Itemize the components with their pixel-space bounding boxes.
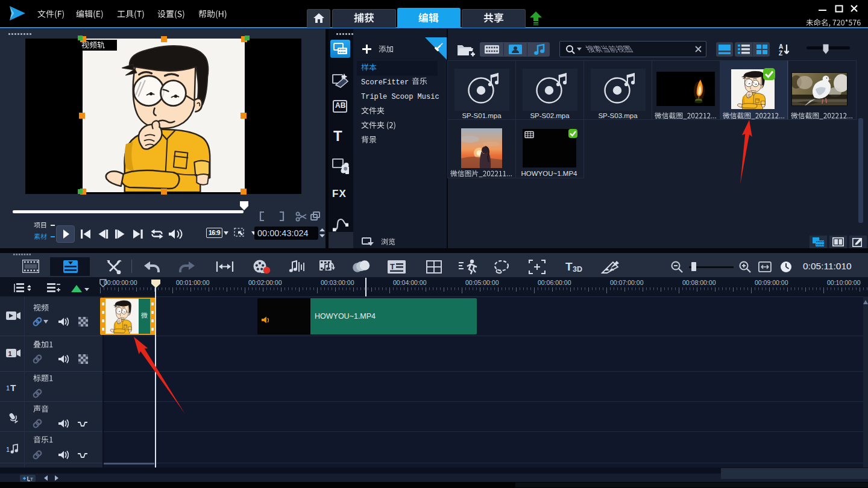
svg-text:1: 1 [8, 350, 11, 357]
svg-text:T: T [10, 383, 16, 393]
svg-text:T: T [30, 477, 33, 481]
svg-text:T: T [565, 260, 573, 273]
svg-text:1: 1 [6, 384, 10, 392]
svg-text:T: T [390, 262, 395, 271]
svg-text:3D: 3D [573, 265, 582, 274]
svg-text:A: A [779, 43, 783, 50]
svg-text:1: 1 [6, 446, 10, 453]
svg-text:Z: Z [779, 50, 782, 57]
